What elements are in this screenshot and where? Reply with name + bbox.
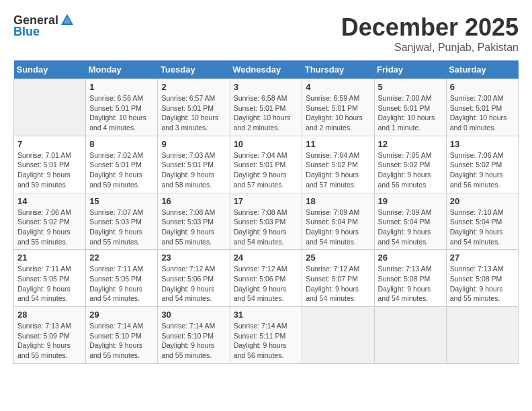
calendar-cell: 24Sunrise: 7:12 AMSunset: 5:06 PMDayligh… (230, 250, 302, 307)
day-info: Sunrise: 7:12 AMSunset: 5:06 PMDaylight:… (161, 264, 226, 304)
day-number: 14 (17, 196, 82, 206)
day-info: Sunrise: 7:14 AMSunset: 5:10 PMDaylight:… (161, 321, 226, 361)
day-info: Sunrise: 7:03 AMSunset: 5:01 PMDaylight:… (161, 150, 226, 190)
calendar-subtitle: Sanjwal, Punjab, Pakistan (341, 42, 519, 54)
calendar-week-row: 7Sunrise: 7:01 AMSunset: 5:01 PMDaylight… (14, 136, 519, 193)
day-info: Sunrise: 7:12 AMSunset: 5:07 PMDaylight:… (306, 264, 370, 304)
day-info: Sunrise: 7:00 AMSunset: 5:01 PMDaylight:… (378, 93, 443, 133)
calendar-cell: 1Sunrise: 6:56 AMSunset: 5:01 PMDaylight… (86, 79, 158, 136)
day-info: Sunrise: 7:11 AMSunset: 5:05 PMDaylight:… (89, 264, 154, 304)
day-info: Sunrise: 7:07 AMSunset: 5:03 PMDaylight:… (89, 208, 154, 247)
calendar-cell: 22Sunrise: 7:11 AMSunset: 5:05 PMDayligh… (86, 250, 158, 307)
calendar-cell: 20Sunrise: 7:10 AMSunset: 5:04 PMDayligh… (446, 193, 518, 250)
day-number: 6 (450, 82, 515, 92)
calendar-cell (14, 79, 86, 136)
day-info: Sunrise: 6:57 AMSunset: 5:01 PMDaylight:… (161, 93, 226, 133)
calendar-week-row: 21Sunrise: 7:11 AMSunset: 5:05 PMDayligh… (14, 250, 519, 307)
day-number: 21 (17, 253, 82, 263)
day-of-week-header: Monday (86, 60, 158, 79)
day-number: 23 (161, 253, 226, 263)
calendar-cell: 29Sunrise: 7:14 AMSunset: 5:10 PMDayligh… (86, 307, 158, 364)
day-number: 17 (234, 196, 299, 206)
day-of-week-header: Saturday (446, 60, 518, 79)
calendar-cell: 15Sunrise: 7:07 AMSunset: 5:03 PMDayligh… (86, 193, 158, 250)
day-number: 8 (89, 139, 154, 149)
day-number: 30 (161, 310, 226, 320)
day-number: 4 (306, 82, 370, 92)
day-number: 5 (378, 82, 443, 92)
day-number: 1 (89, 82, 154, 92)
calendar-cell: 13Sunrise: 7:06 AMSunset: 5:02 PMDayligh… (446, 136, 518, 193)
calendar-cell: 21Sunrise: 7:11 AMSunset: 5:05 PMDayligh… (14, 250, 86, 307)
calendar-cell (302, 307, 374, 364)
day-info: Sunrise: 7:09 AMSunset: 5:04 PMDaylight:… (378, 208, 443, 247)
title-area: December 2025 Sanjwal, Punjab, Pakistan (341, 13, 519, 54)
calendar-week-row: 14Sunrise: 7:06 AMSunset: 5:02 PMDayligh… (14, 193, 519, 250)
calendar-cell: 12Sunrise: 7:05 AMSunset: 5:02 PMDayligh… (374, 136, 446, 193)
day-number: 24 (234, 253, 299, 263)
logo-blue-text: Blue (13, 25, 40, 39)
logo: General Blue (13, 13, 75, 39)
calendar-title: December 2025 (341, 13, 519, 42)
day-info: Sunrise: 7:05 AMSunset: 5:02 PMDaylight:… (378, 150, 443, 190)
day-number: 11 (306, 139, 370, 149)
calendar-cell: 19Sunrise: 7:09 AMSunset: 5:04 PMDayligh… (374, 193, 446, 250)
day-number: 7 (17, 139, 82, 149)
day-of-week-header: Sunday (14, 60, 86, 79)
day-info: Sunrise: 7:09 AMSunset: 5:04 PMDaylight:… (306, 208, 370, 247)
day-of-week-header: Thursday (302, 60, 374, 79)
day-info: Sunrise: 7:13 AMSunset: 5:09 PMDaylight:… (17, 321, 82, 361)
logo-icon (60, 13, 75, 28)
calendar-week-row: 28Sunrise: 7:13 AMSunset: 5:09 PMDayligh… (14, 307, 519, 364)
day-number: 28 (17, 310, 82, 320)
day-info: Sunrise: 7:14 AMSunset: 5:11 PMDaylight:… (234, 321, 299, 361)
day-number: 16 (161, 196, 226, 206)
calendar-table: SundayMondayTuesdayWednesdayThursdayFrid… (13, 60, 519, 364)
day-info: Sunrise: 7:04 AMSunset: 5:02 PMDaylight:… (306, 150, 370, 190)
day-number: 27 (450, 253, 515, 263)
day-info: Sunrise: 7:12 AMSunset: 5:06 PMDaylight:… (234, 264, 299, 304)
day-info: Sunrise: 7:00 AMSunset: 5:01 PMDaylight:… (450, 93, 515, 133)
calendar-cell: 3Sunrise: 6:58 AMSunset: 5:01 PMDaylight… (230, 79, 302, 136)
day-info: Sunrise: 7:02 AMSunset: 5:01 PMDaylight:… (89, 150, 154, 190)
calendar-cell (374, 307, 446, 364)
calendar-cell: 27Sunrise: 7:13 AMSunset: 5:08 PMDayligh… (446, 250, 518, 307)
calendar-cell: 11Sunrise: 7:04 AMSunset: 5:02 PMDayligh… (302, 136, 374, 193)
header: General Blue December 2025 Sanjwal, Punj… (13, 13, 519, 54)
day-info: Sunrise: 7:08 AMSunset: 5:03 PMDaylight:… (161, 208, 226, 247)
day-info: Sunrise: 7:06 AMSunset: 5:02 PMDaylight:… (450, 150, 515, 190)
day-number: 19 (378, 196, 443, 206)
calendar-cell: 5Sunrise: 7:00 AMSunset: 5:01 PMDaylight… (374, 79, 446, 136)
calendar-cell: 2Sunrise: 6:57 AMSunset: 5:01 PMDaylight… (158, 79, 230, 136)
day-info: Sunrise: 6:58 AMSunset: 5:01 PMDaylight:… (234, 93, 299, 133)
calendar-cell: 8Sunrise: 7:02 AMSunset: 5:01 PMDaylight… (86, 136, 158, 193)
day-number: 15 (89, 196, 154, 206)
day-info: Sunrise: 7:08 AMSunset: 5:03 PMDaylight:… (234, 208, 299, 247)
day-info: Sunrise: 7:10 AMSunset: 5:04 PMDaylight:… (450, 208, 515, 247)
calendar-cell: 6Sunrise: 7:00 AMSunset: 5:01 PMDaylight… (446, 79, 518, 136)
day-number: 12 (378, 139, 443, 149)
day-info: Sunrise: 7:01 AMSunset: 5:01 PMDaylight:… (17, 150, 82, 190)
day-number: 9 (161, 139, 226, 149)
calendar-cell: 30Sunrise: 7:14 AMSunset: 5:10 PMDayligh… (158, 307, 230, 364)
calendar-header-row: SundayMondayTuesdayWednesdayThursdayFrid… (14, 60, 519, 79)
day-info: Sunrise: 7:06 AMSunset: 5:02 PMDaylight:… (17, 208, 82, 247)
day-info: Sunrise: 7:13 AMSunset: 5:08 PMDaylight:… (378, 264, 443, 304)
calendar-cell: 16Sunrise: 7:08 AMSunset: 5:03 PMDayligh… (158, 193, 230, 250)
calendar-cell: 17Sunrise: 7:08 AMSunset: 5:03 PMDayligh… (230, 193, 302, 250)
day-info: Sunrise: 7:13 AMSunset: 5:08 PMDaylight:… (450, 264, 515, 304)
calendar-cell: 7Sunrise: 7:01 AMSunset: 5:01 PMDaylight… (14, 136, 86, 193)
day-number: 20 (450, 196, 515, 206)
day-info: Sunrise: 7:11 AMSunset: 5:05 PMDaylight:… (17, 264, 82, 304)
calendar-cell: 31Sunrise: 7:14 AMSunset: 5:11 PMDayligh… (230, 307, 302, 364)
day-info: Sunrise: 6:59 AMSunset: 5:01 PMDaylight:… (306, 93, 370, 133)
calendar-cell: 26Sunrise: 7:13 AMSunset: 5:08 PMDayligh… (374, 250, 446, 307)
calendar-cell: 14Sunrise: 7:06 AMSunset: 5:02 PMDayligh… (14, 193, 86, 250)
day-number: 2 (161, 82, 226, 92)
calendar-cell: 18Sunrise: 7:09 AMSunset: 5:04 PMDayligh… (302, 193, 374, 250)
day-number: 13 (450, 139, 515, 149)
calendar-cell: 9Sunrise: 7:03 AMSunset: 5:01 PMDaylight… (158, 136, 230, 193)
calendar-cell: 28Sunrise: 7:13 AMSunset: 5:09 PMDayligh… (14, 307, 86, 364)
day-of-week-header: Tuesday (158, 60, 230, 79)
day-of-week-header: Wednesday (230, 60, 302, 79)
